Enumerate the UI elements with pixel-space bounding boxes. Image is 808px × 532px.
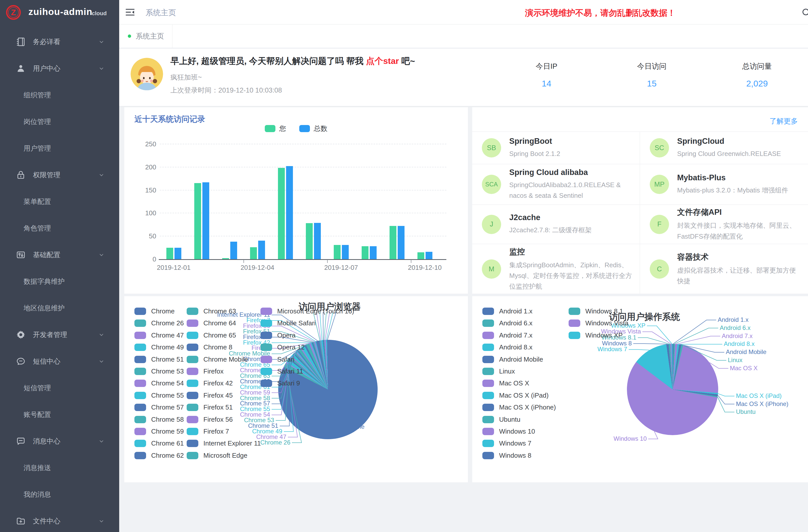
tech-card-文件存储API[interactable]: F文件存储API封装文件接口，实现本地存储、阿里云、FastDFS存储的配置化 <box>640 205 808 244</box>
legend-item-Mobile Safari[interactable]: Mobile Safari <box>260 319 316 327</box>
logo[interactable]: Z zuihou-admin cloud <box>0 0 119 25</box>
sidebar-item-开发者管理[interactable]: 开发者管理 <box>0 321 119 348</box>
sidebar-item-基础配置[interactable]: 基础配置 <box>0 241 119 268</box>
legend-item-Chrome 47[interactable]: Chrome 47 <box>134 331 184 339</box>
legend-item-Android 1.x[interactable]: Android 1.x <box>482 307 533 315</box>
legend-item-Chrome 61[interactable]: Chrome 61 <box>134 439 184 447</box>
legend-item-Chrome 58[interactable]: Chrome 58 <box>134 416 184 423</box>
legend-item-Windows 8[interactable]: Windows 8 <box>482 452 531 459</box>
legend-item-Android 6.x[interactable]: Android 6.x <box>482 319 533 327</box>
stat-value[interactable]: 2,029 <box>716 79 797 89</box>
legend-item-Firefox 45[interactable]: Firefox 45 <box>187 391 233 399</box>
legend-item-Chrome 49[interactable]: Chrome 49 <box>134 343 184 351</box>
legend-item-总数[interactable]: 总数 <box>299 124 327 133</box>
legend-item-Android Mobile[interactable]: Android Mobile <box>482 355 543 363</box>
legend-item-Chrome Mobile[interactable]: Chrome Mobile <box>187 355 248 363</box>
y-tick-label: 250 <box>131 140 156 148</box>
pie-callout-Android Mobile: Android Mobile <box>726 348 766 355</box>
legend-item-Chrome 8[interactable]: Chrome 8 <box>187 343 232 351</box>
legend-item-Safari[interactable]: Safari <box>260 355 294 363</box>
stat-value[interactable]: 15 <box>611 79 692 89</box>
bar-您-2019-12-08 <box>362 246 368 259</box>
legend-item-Android 7.x[interactable]: Android 7.x <box>482 331 533 339</box>
legend-item-Mac OS X (iPhone)[interactable]: Mac OS X (iPhone) <box>482 403 556 411</box>
legend-item-您[interactable]: 您 <box>265 124 286 133</box>
legend-item-Safari 9[interactable]: Safari 9 <box>260 379 300 387</box>
legend-item-Firefox[interactable]: Firefox <box>187 367 223 375</box>
tech-text: 容器技术虚拟化容器技术，让迁移、部署更加方便快捷 <box>677 252 802 286</box>
legend-item-Mac OS X (iPad)[interactable]: Mac OS X (iPad) <box>482 391 549 399</box>
stat-value[interactable]: 14 <box>506 79 587 89</box>
legend-item-Chrome 55[interactable]: Chrome 55 <box>134 391 184 399</box>
legend-item-Chrome 59[interactable]: Chrome 59 <box>134 427 184 435</box>
legend-item-Firefox 7[interactable]: Firefox 7 <box>187 427 229 435</box>
legend-item-Windows 7[interactable]: Windows 7 <box>482 439 531 447</box>
sidebar-item-数据字典维护[interactable]: 数据字典维护 <box>0 268 119 295</box>
legend-swatch <box>134 380 146 387</box>
legend-item-Opera[interactable]: Opera <box>260 331 295 339</box>
legend-item-Microsoft Edge[interactable]: Microsoft Edge <box>187 452 247 459</box>
search-icon[interactable] <box>801 7 808 18</box>
learn-more-link[interactable]: 了解更多 <box>769 116 798 126</box>
legend-item-Chrome 57[interactable]: Chrome 57 <box>134 403 184 411</box>
legend-item-Windows 10[interactable]: Windows 10 <box>482 427 535 435</box>
browser-pie-card: Internet Explorer 11Firefox 7Firefox 56F… <box>124 296 468 482</box>
sidebar-item-务必详看[interactable]: 务必详看 <box>0 29 119 55</box>
legend-item-Firefox 42[interactable]: Firefox 42 <box>187 379 233 387</box>
x-tick-label: 2019-12-07 <box>308 264 374 272</box>
tech-card-监控[interactable]: M监控集成SpringBootAdmin、Zipkin、Redis、Mysql、… <box>472 244 640 294</box>
legend-item-Chrome 51[interactable]: Chrome 51 <box>134 355 184 363</box>
legend-item-Firefox 51[interactable]: Firefox 51 <box>187 403 233 411</box>
tech-card-Spring Cloud alibaba[interactable]: SCASpring Cloud alibabaSpringCloudAlibab… <box>472 164 640 204</box>
tech-text: 监控集成SpringBootAdmin、Zipkin、Redis、Mysql、定… <box>509 246 633 292</box>
legend-item-Firefox 56[interactable]: Firefox 56 <box>187 416 233 423</box>
legend-label: Safari 9 <box>277 379 300 387</box>
star-link[interactable]: 点个star <box>366 56 399 66</box>
legend-item-Windows XP[interactable]: Windows XP <box>569 331 623 339</box>
legend-item-Linux[interactable]: Linux <box>482 367 515 375</box>
legend-item-Android 8.x[interactable]: Android 8.x <box>482 343 533 351</box>
tech-text: J2cacheJ2cache2.7.8: 二级缓存框架 <box>509 213 592 235</box>
legend-item-Chrome 26[interactable]: Chrome 26 <box>134 319 184 327</box>
legend-item-Chrome[interactable]: Chrome <box>134 307 175 315</box>
legend-item-Chrome 65[interactable]: Chrome 65 <box>187 331 236 339</box>
sidebar-item-用户中心[interactable]: 用户中心 <box>0 55 119 82</box>
sidebar-item-组织管理[interactable]: 组织管理 <box>0 82 119 108</box>
legend-item-Opera 12[interactable]: Opera 12 <box>260 343 305 351</box>
legend-item-Chrome 62[interactable]: Chrome 62 <box>134 452 184 459</box>
sidebar-item-岗位管理[interactable]: 岗位管理 <box>0 108 119 135</box>
sidebar-item-用户管理[interactable]: 用户管理 <box>0 135 119 162</box>
bar-您-2019-12-09 <box>389 226 397 259</box>
tech-text: SpringBootSpring Boot 2.1.2 <box>509 137 560 159</box>
tech-card-J2cache[interactable]: JJ2cacheJ2cache2.7.8: 二级缓存框架 <box>472 205 640 244</box>
sidebar-item-消息推送[interactable]: 消息推送 <box>0 454 119 481</box>
legend-item-Mac OS X[interactable]: Mac OS X <box>482 379 529 387</box>
tech-card-Mybatis-Plus[interactable]: MPMybatis-PlusMybatis-plus 3.2.0：Mybatis… <box>640 164 808 204</box>
legend-swatch <box>134 319 146 327</box>
tab-system-home[interactable]: 系统主页 <box>119 24 172 48</box>
legend-item-Chrome 53[interactable]: Chrome 53 <box>134 367 184 375</box>
sidebar-item-角色管理[interactable]: 角色管理 <box>0 215 119 241</box>
sidebar-item-地区信息维护[interactable]: 地区信息维护 <box>0 295 119 321</box>
tech-card-SpringBoot[interactable]: SBSpringBootSpring Boot 2.1.2 <box>472 132 640 164</box>
sidebar-item-短信管理[interactable]: 短信管理 <box>0 374 119 401</box>
legend-item-Internet Explorer 11[interactable]: Internet Explorer 11 <box>187 439 261 447</box>
sidebar-item-权限管理[interactable]: 权限管理 <box>0 162 119 188</box>
sidebar-item-消息中心[interactable]: 消息中心 <box>0 428 119 454</box>
sidebar-item-label: 账号配置 <box>23 410 51 419</box>
sidebar-item-我的消息[interactable]: 我的消息 <box>0 481 119 508</box>
bar-您-2019-12-07 <box>334 245 341 259</box>
tech-card-容器技术[interactable]: C容器技术虚拟化容器技术，让迁移、部署更加方便快捷 <box>640 244 808 294</box>
legend-item-Chrome 54[interactable]: Chrome 54 <box>134 379 184 387</box>
legend-item-Chrome 64[interactable]: Chrome 64 <box>187 319 236 327</box>
sidebar-item-账号配置[interactable]: 账号配置 <box>0 401 119 428</box>
notebook-icon <box>16 37 26 47</box>
sidebar-item-短信中心[interactable]: 短信中心 <box>0 348 119 374</box>
legend-item-Ubuntu[interactable]: Ubuntu <box>482 416 520 423</box>
sidebar-item-菜单配置[interactable]: 菜单配置 <box>0 188 119 215</box>
legend-item-Chrome 63[interactable]: Chrome 63 <box>187 307 236 315</box>
tech-card-SpringCloud[interactable]: SCSpringCloudSpring Cloud Greenwich.RELE… <box>640 132 808 164</box>
sidebar-item-文件中心[interactable]: 文件中心 <box>0 508 119 532</box>
menu-fold-icon[interactable] <box>125 7 135 18</box>
legend-item-Safari 11[interactable]: Safari 11 <box>260 367 303 375</box>
